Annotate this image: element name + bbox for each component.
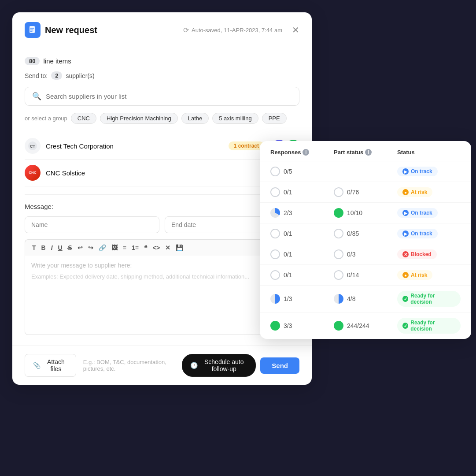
response-text-2: 0/1: [284, 189, 292, 196]
part-cell-5: 0/3: [334, 249, 397, 259]
message-examples-text: Examples: Expected delivery date, shippi…: [31, 273, 293, 280]
toolbar-underline[interactable]: U: [56, 243, 64, 252]
status-badge-7: ✓ Ready for decision: [397, 291, 461, 307]
toolbar-ordered-list[interactable]: 1≡: [130, 243, 140, 252]
response-text-6: 0/1: [284, 271, 292, 279]
status-badge-3: ▶ On track: [397, 208, 438, 218]
response-circle-4: [270, 229, 280, 238]
status-cell-7: ✓ Ready for decision: [397, 291, 461, 307]
schedule-button[interactable]: 🕐 Schedule auto follow-up: [182, 354, 256, 377]
editor-toolbar: T B I U S̶ ↩ ↪ 🔗 🖼 ≡ 1≡ ❝ <> ✕ 💾: [25, 239, 299, 256]
part-text-4: 0/85: [347, 230, 359, 237]
autosave-info: ⟳ Auto-saved, 11-APR-2023, 7:44 am ✕: [183, 25, 299, 35]
toolbar-save[interactable]: 💾: [174, 243, 185, 252]
col-header-status: Status: [397, 149, 461, 156]
schedule-label: Schedule auto follow-up: [200, 358, 247, 372]
status-panel: Responses i Part status i Status 0/5 ▶ O…: [260, 141, 471, 339]
send-button[interactable]: Send: [260, 357, 299, 374]
response-cell-3: 2/3: [270, 208, 334, 218]
response-text-7: 1/3: [284, 295, 292, 302]
status-cell-1: ▶ On track: [397, 167, 461, 176]
part-cell-8: 244/244: [334, 321, 397, 331]
part-circle-2: [334, 187, 343, 197]
toolbar-text[interactable]: T: [30, 243, 38, 252]
part-status-info-icon: i: [365, 149, 372, 156]
status-badge-2: ● At risk: [397, 187, 432, 197]
status-cell-8: ✓ Ready for decision: [397, 318, 461, 334]
line-items-badge: 80: [25, 57, 40, 65]
response-cell-6: 0/1: [270, 270, 334, 280]
cnc-logo: CNC: [25, 165, 41, 181]
response-cell-4: 0/1: [270, 229, 334, 238]
col-header-part-status: Part status i: [334, 149, 397, 156]
toolbar-redo[interactable]: ↪: [86, 243, 95, 252]
send-to-count: 2: [51, 71, 62, 80]
search-input[interactable]: [46, 93, 292, 100]
response-circle-7: [270, 294, 280, 304]
name-input[interactable]: [25, 216, 159, 233]
part-circle-6: [334, 270, 343, 280]
response-text-4: 0/1: [284, 230, 292, 237]
send-to-row: Send to: 2 supplier(s): [25, 71, 299, 80]
part-circle-5: [334, 249, 343, 259]
status-cell-3: ▶ On track: [397, 208, 461, 218]
status-dot-5: ✕: [402, 251, 409, 257]
part-text-6: 0/14: [347, 271, 359, 279]
status-badge-8: ✓ Ready for decision: [397, 318, 461, 334]
send-to-suffix: supplier(s): [66, 72, 94, 79]
toolbar-image[interactable]: 🖼: [110, 243, 119, 252]
response-circle-5: [270, 249, 280, 259]
toolbar-code[interactable]: <>: [151, 243, 162, 252]
attach-hint: E.g.: BOM, T&C, documentation, pictures,…: [83, 359, 182, 372]
title-group: New request: [25, 22, 97, 38]
toolbar-bullet-list[interactable]: ≡: [121, 243, 128, 252]
message-area[interactable]: Write your message to supplier here: Exa…: [25, 256, 299, 335]
part-circle-3: [334, 208, 343, 218]
status-cell-5: ✕ Blocked: [397, 249, 461, 259]
response-cell-2: 0/1: [270, 187, 334, 197]
part-text-5: 0/3: [347, 251, 355, 258]
clock-icon: 🕐: [190, 362, 198, 369]
group-tag-5axis[interactable]: 5 axis milling: [212, 113, 258, 124]
group-tag-lathe[interactable]: Lathe: [181, 113, 209, 124]
group-select-label: or select a group: [25, 115, 67, 122]
supplier-name-1: Crest Tech Corporation: [46, 142, 223, 150]
status-badge-4: ▶ On track: [397, 229, 438, 238]
status-badge-1: ▶ On track: [397, 167, 438, 176]
status-row-6: 0/1 0/14 ● At risk: [260, 265, 471, 286]
toolbar-undo[interactable]: ↩: [76, 243, 85, 252]
panel-title: New request: [45, 25, 97, 35]
part-cell-6: 0/14: [334, 270, 397, 280]
status-row-7: 1/3 4/8 ✓ Ready for decision: [260, 286, 471, 312]
toolbar-clear[interactable]: ✕: [163, 243, 172, 252]
input-row: [25, 216, 299, 233]
part-cell-3: 10/10: [334, 208, 397, 218]
response-circle-6: [270, 270, 280, 280]
close-button[interactable]: ✕: [292, 25, 299, 35]
autosave-text: Auto-saved, 11-APR-2023, 7:44 am: [192, 27, 282, 33]
toolbar-bold[interactable]: B: [40, 243, 48, 252]
status-row-5: 0/1 0/3 ✕ Blocked: [260, 244, 471, 265]
document-icon: [25, 22, 41, 38]
message-placeholder-text: Write your message to supplier here:: [31, 262, 293, 269]
attach-files-button[interactable]: 📎 Attach files: [25, 354, 76, 377]
toolbar-strikethrough[interactable]: S̶: [66, 243, 74, 252]
group-tag-cnc[interactable]: CNC: [71, 113, 96, 124]
group-tag-ppe[interactable]: PPE: [262, 113, 287, 124]
toolbar-link[interactable]: 🔗: [97, 243, 108, 252]
response-cell-1: 0/5: [270, 167, 334, 176]
col-header-responses: Responses i: [270, 149, 334, 156]
status-row-8: 3/3 244/244 ✓ Ready for decision: [260, 312, 471, 339]
group-tag-hpm[interactable]: High Precision Machining: [100, 113, 178, 124]
supplier-row-2[interactable]: CNC CNC Solstice AS Q: [25, 160, 299, 186]
toolbar-quote[interactable]: ❝: [142, 243, 149, 252]
response-cell-5: 0/1: [270, 249, 334, 259]
response-text-1: 0/5: [284, 168, 292, 175]
toolbar-italic[interactable]: I: [49, 243, 55, 252]
status-badge-5: ✕ Blocked: [397, 249, 437, 259]
send-to-label: Send to:: [25, 72, 48, 79]
contract-badge-1: 1 contract: [229, 141, 264, 150]
search-box[interactable]: 🔍: [25, 87, 299, 106]
supplier-name-2: CNC Solstice: [46, 169, 264, 177]
supplier-row-1[interactable]: CT Crest Tech Corporation 1 contract ML …: [25, 133, 299, 160]
